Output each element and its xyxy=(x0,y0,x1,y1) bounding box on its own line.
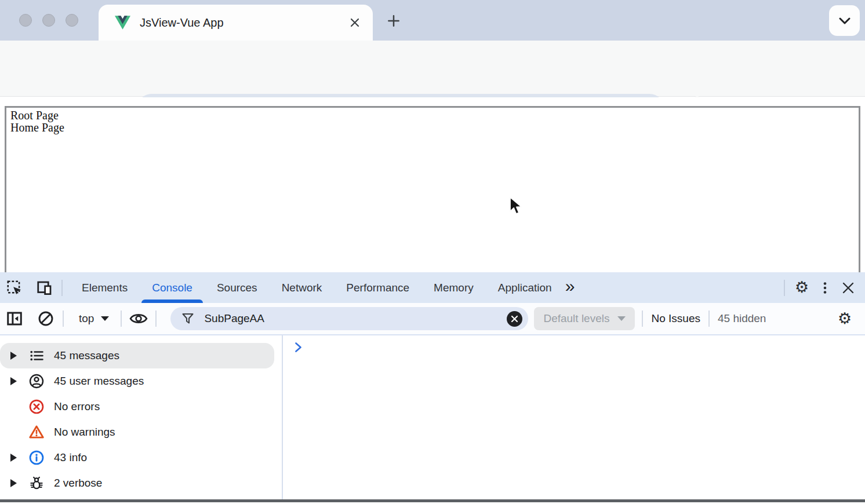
warning-icon xyxy=(28,423,45,441)
tab-close-icon[interactable] xyxy=(347,15,362,30)
home-page-text: Home Page xyxy=(10,122,859,134)
traffic-light-close-button[interactable] xyxy=(19,14,32,27)
devtools-settings-gear-icon[interactable]: ⚙ xyxy=(792,278,812,298)
bug-icon xyxy=(28,474,45,492)
issues-status[interactable]: No Issues xyxy=(651,312,700,325)
traffic-light-minimize-button[interactable] xyxy=(42,14,55,27)
more-tabs-icon[interactable]: » xyxy=(564,276,579,300)
traffic-light-maximize-button[interactable] xyxy=(66,14,78,27)
sidebar-item-messages[interactable]: 45 messages xyxy=(0,343,274,368)
tab-network[interactable]: Network xyxy=(270,272,335,303)
mouse-cursor xyxy=(508,196,524,216)
browser-tab-strip: JsView-Vue App xyxy=(0,0,865,41)
tab-elements[interactable]: Elements xyxy=(70,272,140,303)
tab-title: JsView-Vue App xyxy=(140,16,347,30)
disclosure-triangle-icon[interactable] xyxy=(10,454,26,462)
app-root-frame: Root Page Home Page xyxy=(5,106,860,272)
console-sidebar: 45 messages 45 user messages xyxy=(0,335,282,499)
console-filter-input[interactable]: SubPageAA xyxy=(170,307,528,330)
error-icon xyxy=(28,398,45,415)
devtools-tab-bar: Elements Console Sources Network Perform… xyxy=(0,272,865,303)
chevron-down-icon xyxy=(838,17,851,25)
console-toolbar: top SubPageAA Default level xyxy=(0,303,865,334)
sidebar-item-info[interactable]: 43 info xyxy=(0,445,274,470)
browser-tab[interactable]: JsView-Vue App xyxy=(99,5,373,41)
context-caret-down-icon[interactable] xyxy=(101,316,109,321)
console-settings-gear-icon[interactable]: ⚙ xyxy=(835,309,855,328)
clear-filter-icon[interactable] xyxy=(507,311,522,327)
device-toolbar-icon[interactable] xyxy=(35,278,54,298)
console-output[interactable] xyxy=(283,335,865,499)
tab-application[interactable]: Application xyxy=(486,272,564,303)
tab-console[interactable]: Console xyxy=(140,272,205,303)
tab-sources[interactable]: Sources xyxy=(205,272,270,303)
disclosure-triangle-icon[interactable] xyxy=(10,479,26,487)
console-sidebar-toggle-icon[interactable] xyxy=(5,309,24,328)
execution-context-selector[interactable]: top xyxy=(79,312,94,325)
disclosure-triangle-icon[interactable] xyxy=(10,377,26,385)
user-icon xyxy=(28,372,45,390)
sidebar-item-user-messages[interactable]: 45 user messages xyxy=(0,368,274,394)
root-page-text: Root Page xyxy=(10,109,859,122)
info-icon xyxy=(28,449,45,466)
console-prompt-chevron-icon xyxy=(295,342,865,353)
devtools-close-icon[interactable] xyxy=(838,278,858,298)
tab-performance[interactable]: Performance xyxy=(334,272,421,303)
list-icon xyxy=(28,347,45,364)
toolbar-divider xyxy=(61,280,63,296)
tab-search-button[interactable] xyxy=(829,5,860,36)
toolbar-divider xyxy=(642,311,643,327)
sidebar-item-verbose[interactable]: 2 verbose xyxy=(0,470,274,496)
filter-funnel-icon xyxy=(181,312,195,326)
sidebar-item-warnings[interactable]: No warnings xyxy=(0,419,274,445)
toolbar-divider xyxy=(63,311,64,327)
page-viewport: Root Page Home Page xyxy=(0,97,865,272)
tab-memory[interactable]: Memory xyxy=(421,272,486,303)
new-tab-button[interactable] xyxy=(385,12,402,30)
levels-caret-down-icon xyxy=(617,316,626,321)
toolbar-divider xyxy=(155,311,157,327)
filter-value-text[interactable]: SubPageAA xyxy=(204,312,507,325)
inspect-element-icon[interactable] xyxy=(5,278,24,298)
window-bottom-edge xyxy=(0,499,865,502)
toolbar-divider xyxy=(708,311,710,327)
log-levels-dropdown[interactable]: Default levels xyxy=(534,307,635,330)
vue-favicon-icon xyxy=(115,16,130,30)
toolbar-divider xyxy=(121,311,122,327)
live-expression-eye-icon[interactable] xyxy=(129,309,148,328)
disclosure-triangle-icon[interactable] xyxy=(10,352,26,360)
sidebar-item-errors[interactable]: No errors xyxy=(0,394,274,419)
devtools-menu-icon[interactable] xyxy=(815,278,835,298)
hidden-messages-count[interactable]: 45 hidden xyxy=(718,312,766,325)
browser-toolbar: localhost:5173/#/ CPP k xyxy=(0,41,865,97)
clear-console-icon[interactable] xyxy=(36,309,56,328)
toolbar-divider xyxy=(784,280,785,296)
devtools-panel: Elements Console Sources Network Perform… xyxy=(0,272,865,504)
